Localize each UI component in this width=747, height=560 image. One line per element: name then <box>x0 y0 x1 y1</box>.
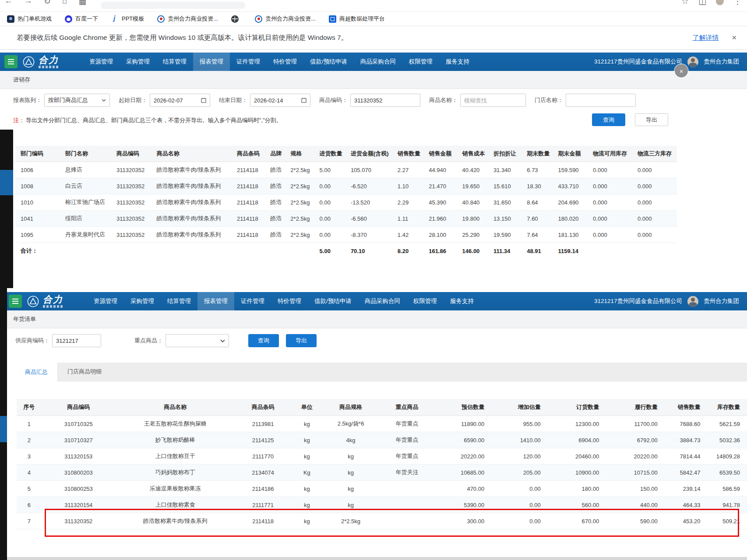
supplier-code-input[interactable] <box>56 338 97 344</box>
table-cell <box>588 243 632 259</box>
calendar-icon[interactable] <box>201 98 206 103</box>
user-name[interactable]: 贵州合力集团 <box>704 58 739 66</box>
sidebar-toggle-button[interactable] <box>9 295 22 308</box>
tab-product-summary[interactable]: 商品汇总 <box>15 363 58 381</box>
nav-item-support[interactable]: 服务支持 <box>439 53 476 71</box>
nav-item-settlement[interactable]: 结算管理 <box>156 53 193 71</box>
table-cell: kg <box>323 448 379 465</box>
table-cell: 上口佳散称素食 <box>116 497 235 513</box>
table-row[interactable]: 1008白云店311320352皓浩散称素牛肉/辣条系列2114118皓浩2*2… <box>15 178 677 194</box>
dialog-close-button[interactable]: × <box>675 64 688 77</box>
bookmark-item[interactable]: PPT模板 <box>111 15 144 23</box>
heli-logo-icon <box>157 15 165 23</box>
table-cell: 0.00 <box>314 178 345 194</box>
nav-item-loan[interactable]: 借款/预结申请 <box>303 53 354 71</box>
browser-back-icon[interactable]: ← <box>4 0 13 6</box>
learn-more-link[interactable]: 了解详情 <box>692 34 719 42</box>
nav-item-resource[interactable]: 资源管理 <box>83 53 120 71</box>
bookmark-label: 贵州合力商业投资... <box>168 15 218 23</box>
export-button[interactable]: 导出 <box>286 334 317 347</box>
globe-icon <box>231 15 239 23</box>
query-button[interactable]: 查询 <box>248 334 279 347</box>
table-row[interactable]: 1095丹寨龙泉时代店311320352皓浩散称素牛肉/辣条系列2114118皓… <box>15 227 677 243</box>
table-row[interactable]: 1041绥阳店311320352皓浩散称素牛肉/辣条系列2114118皓浩2*2… <box>15 211 677 227</box>
table-cell: 311320352 <box>111 227 152 243</box>
table-cell: 25.290 <box>457 227 488 243</box>
table-cell: kg <box>291 497 323 513</box>
browser-refresh-icon[interactable]: ↻ <box>44 0 51 6</box>
browser-apps-icon[interactable]: ▦ <box>78 0 86 6</box>
export-button[interactable]: 导出 <box>635 113 668 126</box>
nav-item-certificates[interactable]: 证件管理 <box>230 53 267 71</box>
nav-item-purchase[interactable]: 采购管理 <box>120 53 156 71</box>
nav-item-special-price[interactable]: 特价管理 <box>267 53 303 71</box>
query-button[interactable]: 查询 <box>592 113 625 126</box>
sidebar-toggle-button[interactable] <box>4 55 18 68</box>
table-row[interactable]: 2310710327妙飞散称奶酪棒2114125kg4kg年货重点6590.00… <box>17 432 747 448</box>
product-name-input[interactable] <box>464 97 522 104</box>
table-row[interactable]: 5310800253乐迪逗果板散称果冻2114186kgkg470.000.00… <box>17 481 747 497</box>
table-cell: 2*2.5kg <box>285 178 314 194</box>
table-row[interactable]: 1010榕江常驰广场店311320352皓浩散称素牛肉/辣条系列2114118皓… <box>15 194 677 211</box>
store-name-input[interactable] <box>570 97 632 104</box>
table-cell: 20220.00 <box>435 448 491 465</box>
table-cell: 311320352 <box>111 211 152 227</box>
table-row[interactable]: 6311320154上口佳散称素食2111771kgkg5390.000.005… <box>17 497 747 513</box>
calendar-icon[interactable] <box>301 98 307 103</box>
nav-item-permissions[interactable]: 权限管理 <box>407 292 444 310</box>
nav-item-loan[interactable]: 借款/预结申请 <box>308 292 358 310</box>
bookmark-item[interactable] <box>231 15 242 23</box>
table-cell: 年货重点 <box>379 416 435 432</box>
bookmark-item[interactable]: 百度一下 <box>65 15 98 23</box>
user-avatar[interactable] <box>687 296 698 307</box>
bookmark-item[interactable]: 商超数据处理平台 <box>329 15 385 23</box>
report-type-select[interactable]: 按部门商品汇总 <box>44 94 110 107</box>
table-cell: 31.650 <box>488 194 521 211</box>
bookmark-item[interactable]: 热门单机游戏 <box>7 15 52 23</box>
browser-forward-icon[interactable]: → <box>24 0 32 6</box>
table-cell: -8.370 <box>345 227 392 243</box>
bookmark-item[interactable]: 贵州合力商业投资... <box>255 15 316 23</box>
bookmark-label: 百度一下 <box>75 15 98 23</box>
table-row[interactable]: 1310710325王老五散称花生酥狗屎糖2113981kg2.5kg/袋*6年… <box>17 416 747 432</box>
nav-item-support[interactable]: 服务支持 <box>444 292 480 310</box>
company-label: 3121217贵州同盛金食品有限公司 <box>594 58 682 66</box>
address-bar[interactable] <box>101 2 245 9</box>
nav-item-certificates[interactable]: 证件管理 <box>234 292 271 310</box>
user-name[interactable]: 贵州合力集团 <box>704 297 739 305</box>
table-row[interactable]: 1006息烽店311320352皓浩散称素牛肉/辣条系列2114118皓浩2*2… <box>15 162 677 178</box>
start-date-input[interactable] <box>154 97 198 104</box>
key-product-select[interactable] <box>166 334 229 347</box>
nav-item-settlement[interactable]: 结算管理 <box>161 292 197 310</box>
nav-item-reports[interactable]: 报表管理 <box>197 292 234 310</box>
table-header-row: 部门编码部门名称商品编码商品名称商品条码品牌规格进货数量进货金额(含税)销售数量… <box>15 146 677 162</box>
extension-icon[interactable]: ◫ <box>698 0 706 6</box>
start-date-label: 起始日期： <box>119 96 147 104</box>
table-row[interactable]: 3311320153上口佳散称豆干2111770kgkg年货重点20220.00… <box>17 448 747 465</box>
bookmark-star-icon[interactable]: ☆ <box>681 0 689 6</box>
notification-close-icon[interactable]: × <box>732 33 736 42</box>
nav-item-purchase[interactable]: 采购管理 <box>124 292 161 310</box>
table-row[interactable]: 4310800203巧妈妈散称布丁2134074Kgkg年货关注10685.00… <box>17 465 747 481</box>
nav-item-contract[interactable]: 商品采购合同 <box>358 292 407 310</box>
product-code-input[interactable] <box>354 97 416 104</box>
browser-home-icon[interactable]: ⌂ <box>62 0 67 6</box>
table-cell: 239.14 <box>665 481 708 497</box>
nav-item-resource[interactable]: 资源管理 <box>87 292 124 310</box>
nav-item-permissions[interactable]: 权限管理 <box>402 53 439 71</box>
table-cell: 0.00 <box>491 481 547 497</box>
nav-item-reports[interactable]: 报表管理 <box>193 53 230 71</box>
table-cell: 2114118 <box>232 211 265 227</box>
table-row[interactable]: 7311320352皓浩散称素牛肉/辣条系列2114118kg2*2.5kg30… <box>17 513 747 529</box>
end-date-input[interactable] <box>254 97 299 104</box>
user-avatar[interactable] <box>687 56 698 67</box>
browser-profile-avatar[interactable] <box>716 0 724 5</box>
nav-item-special-price[interactable]: 特价管理 <box>271 292 308 310</box>
column-header: 进货金额(含税) <box>345 146 392 162</box>
tab-store-detail[interactable]: 门店商品明细 <box>58 363 111 381</box>
nav-item-contract[interactable]: 商品采购合同 <box>354 53 402 71</box>
column-header: 预估数量 <box>435 399 491 416</box>
table-cell: 0.00 <box>314 211 345 227</box>
bookmark-item[interactable]: 贵州合力商业投资... <box>157 15 218 23</box>
browser-menu-dots-icon[interactable]: ⋮ <box>733 0 742 6</box>
